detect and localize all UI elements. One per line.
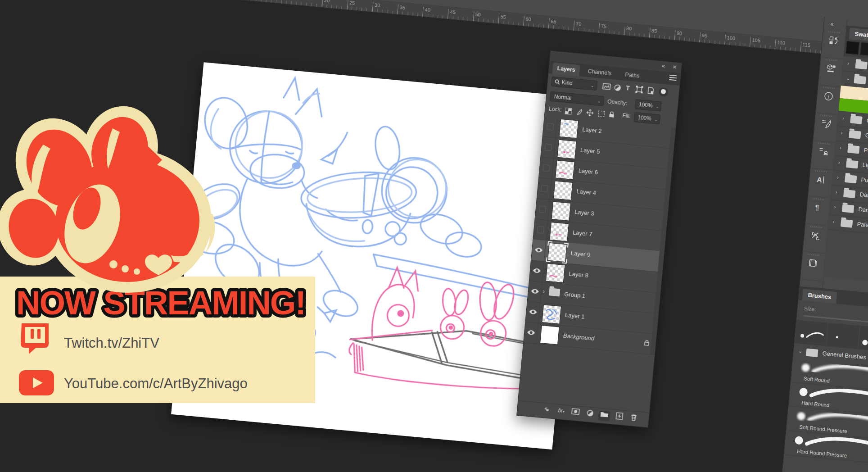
close-panel-icon[interactable]: ✕ [672,64,677,70]
collapse-panel-icon[interactable]: « [661,62,665,69]
layer-name[interactable]: Background [563,332,594,342]
filter-smart-objects-icon[interactable] [647,86,654,94]
layer-name[interactable]: Layer 5 [580,146,600,155]
chevron-down-icon: ⌄ [597,96,601,106]
lock-all-icon[interactable] [609,111,615,118]
layer-name[interactable]: Group 1 [564,290,586,299]
recent-brush[interactable] [826,323,860,349]
layer-thumbnail[interactable] [555,160,575,180]
layer-thumbnail[interactable] [547,243,567,263]
group-expand-icon[interactable]: › [542,288,545,295]
layer-thumbnail[interactable] [549,222,569,242]
background-lock-icon[interactable] [644,339,650,348]
visibility-toggle-empty[interactable] [535,198,550,219]
delete-layer-icon[interactable] [628,413,640,424]
visibility-toggle-empty[interactable] [533,219,548,240]
visibility-eye-icon[interactable] [528,281,542,302]
layer-thumbnail[interactable] [542,304,561,324]
chevron-right-icon[interactable]: › [840,145,842,150]
layer-name[interactable]: Layer 7 [572,229,592,238]
panel-menu-icon[interactable] [669,75,677,82]
lock-artboard-icon[interactable] [598,111,605,117]
filter-toggle[interactable] [659,87,669,97]
filter-type-layers-icon[interactable]: T [626,84,630,92]
character-panel-button[interactable]: A [809,168,832,198]
history-panel-button[interactable] [822,29,845,59]
chevron-right-icon[interactable]: › [847,60,850,66]
folder-icon [845,175,857,183]
layer-name[interactable]: Layer 4 [576,188,597,196]
chevron-right-icon[interactable]: › [836,174,839,180]
layer-thumbnail[interactable] [540,325,560,345]
layer-thumbnail[interactable] [559,119,579,139]
fill-input[interactable]: 100% ⌄ [633,112,660,124]
tab-brushes[interactable]: Brushes [802,289,837,304]
visibility-eye-icon[interactable] [524,322,538,343]
new-group-icon[interactable] [598,411,610,422]
swatch-folder-row[interactable]: ›Pale [827,214,868,240]
link-layers-icon[interactable] [540,405,553,416]
layer-name[interactable]: Layer 6 [578,167,598,176]
info-panel-button[interactable]: i [817,85,840,115]
layer-name[interactable]: Layer 9 [570,250,591,258]
filter-kind-dropdown[interactable]: Kind ⌄ [551,77,598,91]
lock-transparency-icon[interactable] [565,108,572,115]
layer-name[interactable]: Layer 2 [582,126,602,135]
visibility-toggle-empty[interactable] [537,177,552,199]
lock-paint-icon[interactable] [575,109,582,115]
layer-thumbnail[interactable] [557,140,577,159]
ruler-number: 95 [699,32,707,43]
swatch[interactable] [845,41,859,54]
lock-position-icon[interactable] [586,109,593,116]
chevron-right-icon[interactable]: › [842,115,845,121]
chevron-right-icon[interactable]: › [832,219,835,224]
layer-name[interactable]: Layer 8 [569,270,589,279]
chevron-right-icon[interactable]: › [838,159,840,165]
layer-thumbnail[interactable] [553,181,573,200]
libraries-panel-button[interactable] [801,251,825,281]
visibility-eye-icon[interactable] [529,260,544,281]
layer-thumbnail[interactable] [552,201,571,221]
recent-brush[interactable] [858,326,868,352]
recent-brush[interactable] [795,320,828,346]
filter-pixel-layers-icon[interactable] [602,83,611,90]
drag-grip [818,142,831,145]
layer-mask-icon[interactable] [569,408,582,419]
chevron-down-icon[interactable]: ⌄ [846,75,850,82]
chevron-right-icon[interactable]: › [841,130,843,136]
clone-source-panel-button[interactable] [812,140,835,170]
visibility-toggle-empty[interactable] [539,157,554,178]
new-layer-icon[interactable] [613,412,626,423]
chevron-down-icon: ⌄ [655,102,659,111]
selection-corner [564,243,569,248]
ruler-number: 20 [322,0,330,8]
twitch-row: Twitch.tv/ZhiTV [19,322,307,364]
expand-panels-icon[interactable]: « [830,20,834,27]
adjustment-layer-icon[interactable] [583,409,596,420]
visibility-toggle-empty[interactable] [541,136,556,157]
folder-icon [855,61,867,69]
layer-name[interactable]: Layer 1 [565,312,585,320]
brush-settings-panel-button[interactable] [814,112,837,142]
swatch-folder-label: Ligh [862,161,868,169]
opacity-input[interactable]: 100% ⌄ [635,99,662,111]
filter-adjustment-layers-icon[interactable] [614,84,621,91]
swatch[interactable] [860,42,868,56]
layer-thumbnail[interactable] [546,263,565,283]
filter-shape-layers-icon[interactable] [635,86,643,93]
ruler-number: 85 [649,27,657,38]
layer-name[interactable]: Layer 3 [574,209,595,217]
chevron-right-icon[interactable]: › [835,189,837,195]
ruler-number: 80 [624,25,632,36]
layer-effects-icon[interactable]: fx▾ [555,407,567,418]
visibility-eye-icon[interactable] [525,301,540,322]
drag-grip [813,198,825,200]
paragraph-panel-button[interactable]: ¶ [806,196,830,226]
drag-grip [826,59,838,62]
chevron-right-icon[interactable]: › [834,204,836,209]
visibility-toggle-empty[interactable] [543,116,558,137]
export-panel-button[interactable] [819,57,843,87]
chevron-down-icon: ⌄ [654,115,658,124]
tools-panel-button[interactable] [804,223,827,254]
visibility-eye-icon[interactable] [531,239,546,260]
